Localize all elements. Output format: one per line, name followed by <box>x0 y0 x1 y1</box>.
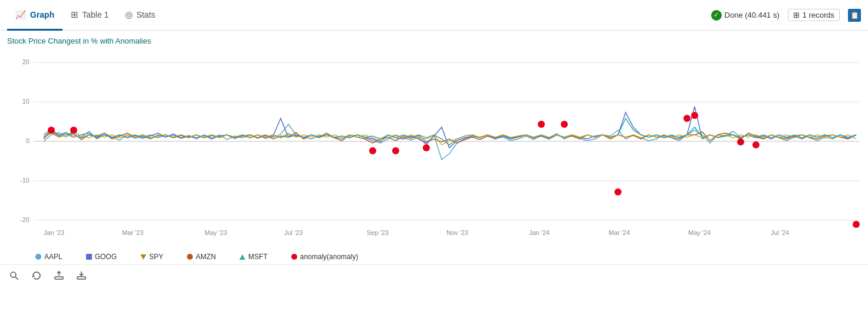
upload-button[interactable] <box>52 269 66 283</box>
svg-point-30 <box>691 112 698 119</box>
search-button[interactable] <box>7 269 21 283</box>
svg-point-34 <box>11 272 16 277</box>
svg-text:0: 0 <box>26 137 29 144</box>
svg-point-21 <box>48 127 55 134</box>
tab-table-label: Table 1 <box>82 10 108 19</box>
svg-point-32 <box>752 141 760 148</box>
done-check-icon: ✓ <box>711 10 722 21</box>
top-bar: 📈 Graph ⊞ Table 1 ◎ Stats ✓ Done (40.441… <box>0 0 868 31</box>
svg-text:Jul '24: Jul '24 <box>771 229 789 236</box>
svg-rect-36 <box>55 277 63 279</box>
svg-point-23 <box>369 147 376 154</box>
legend-goog: GOOG <box>86 253 117 261</box>
top-right-area: ✓ Done (40.441 s) ⊞ 1 records 📋 <box>711 9 861 22</box>
toolbar <box>0 264 868 286</box>
legend-msft-label: MSFT <box>248 253 268 261</box>
tab-table[interactable]: ⊞ Table 1 <box>63 1 117 31</box>
done-badge: ✓ Done (40.441 s) <box>711 10 780 21</box>
legend-aapl-label: AAPL <box>44 253 63 261</box>
records-label: 1 records <box>803 11 834 19</box>
legend-goog-square <box>86 254 92 260</box>
tab-graph-label: Graph <box>30 10 54 19</box>
legend-goog-label: GOOG <box>95 253 117 261</box>
svg-point-33 <box>853 221 860 228</box>
chart-container: 20 10 0 -10 -20 Jan '23 Mar '23 May '23 … <box>7 48 861 248</box>
svg-text:Mar '24: Mar '24 <box>609 229 630 236</box>
svg-text:May '24: May '24 <box>688 229 711 236</box>
svg-point-29 <box>683 115 691 122</box>
legend-msft-triangle <box>239 254 245 260</box>
legend-anomaly-label: anomaly(anomaly) <box>300 253 359 261</box>
refresh-icon <box>32 271 41 280</box>
svg-line-35 <box>15 277 18 280</box>
records-icon: ⊞ <box>793 11 800 19</box>
svg-text:May '23: May '23 <box>205 229 227 236</box>
svg-point-24 <box>392 147 399 154</box>
chart-svg: 20 10 0 -10 -20 Jan '23 Mar '23 May '23 … <box>7 48 861 248</box>
legend-spy: SPY <box>140 253 163 261</box>
svg-text:Jan '24: Jan '24 <box>529 229 550 236</box>
svg-rect-38 <box>77 277 86 279</box>
legend-amzn-label: AMZN <box>196 253 216 261</box>
legend-spy-triangle <box>140 254 146 260</box>
upload-icon <box>54 271 64 280</box>
svg-point-28 <box>614 188 622 196</box>
svg-text:20: 20 <box>22 58 29 65</box>
svg-text:Mar '23: Mar '23 <box>122 229 143 236</box>
svg-text:-10: -10 <box>20 177 29 184</box>
clipboard-button[interactable]: 📋 <box>848 9 861 22</box>
refresh-button[interactable] <box>29 269 44 283</box>
svg-text:Sep '23: Sep '23 <box>367 229 389 236</box>
svg-text:Nov '23: Nov '23 <box>446 229 468 236</box>
legend-spy-label: SPY <box>149 253 163 261</box>
legend-aapl-dot <box>35 254 41 260</box>
svg-point-26 <box>538 121 545 128</box>
search-icon <box>9 271 19 280</box>
tab-stats[interactable]: ◎ Stats <box>117 1 163 31</box>
done-label: Done (40.441 s) <box>725 11 780 19</box>
svg-text:Jan '23: Jan '23 <box>44 229 64 236</box>
svg-point-25 <box>423 144 430 151</box>
svg-text:Jul '23: Jul '23 <box>284 229 303 236</box>
svg-text:-20: -20 <box>20 216 29 223</box>
svg-text:10: 10 <box>22 98 29 105</box>
svg-point-22 <box>70 127 77 134</box>
chart-area: Stock Price Changest in % with Anomalies… <box>0 31 868 248</box>
svg-point-31 <box>737 138 744 145</box>
tab-stats-label: Stats <box>136 10 155 19</box>
download-button[interactable] <box>74 269 88 283</box>
legend-aapl: AAPL <box>35 253 63 261</box>
tab-graph[interactable]: 📈 Graph <box>7 1 63 31</box>
records-badge: ⊞ 1 records <box>788 9 840 21</box>
legend-msft: MSFT <box>239 253 268 261</box>
graph-icon: 📈 <box>15 9 27 20</box>
legend-anomaly-dot <box>291 254 297 260</box>
legend-amzn-dot <box>187 254 193 260</box>
download-icon <box>77 271 86 280</box>
svg-point-27 <box>561 121 568 128</box>
legend-area: AAPL GOOG SPY AMZN MSFT anomaly(anomaly) <box>0 248 868 264</box>
chart-title: Stock Price Changest in % with Anomalies <box>7 37 861 45</box>
stats-icon: ◎ <box>125 9 133 20</box>
legend-amzn: AMZN <box>187 253 216 261</box>
legend-anomaly: anomaly(anomaly) <box>291 253 359 261</box>
table-icon: ⊞ <box>71 9 78 20</box>
